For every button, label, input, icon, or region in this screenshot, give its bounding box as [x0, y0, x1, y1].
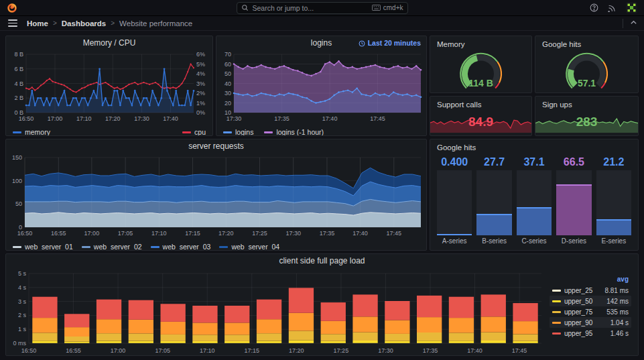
- bar-track: [476, 170, 511, 235]
- series-name: upper_25: [564, 287, 601, 294]
- google-hits-bar-gauge: 0.400A-series27.7B-series37.1C-series66.…: [430, 154, 638, 250]
- google-hits-gauge: 57.1: [535, 51, 638, 93]
- series-avg-value: 1.04 s: [610, 319, 629, 326]
- svg-text:17:05: 17:05: [155, 347, 170, 354]
- breadcrumb-separator: >: [111, 19, 115, 27]
- legend-item-upper_95[interactable]: upper_951.46 s: [550, 328, 631, 339]
- svg-text:17:20: 17:20: [105, 115, 121, 122]
- svg-text:17:35: 17:35: [423, 347, 438, 354]
- breadcrumb: Home > Dashboards > Website performance: [27, 19, 192, 27]
- divider: [623, 19, 623, 28]
- svg-text:17:05: 17:05: [118, 230, 133, 237]
- svg-text:100: 100: [12, 178, 22, 184]
- legend-item-web-server-01[interactable]: web_server_01: [13, 243, 73, 251]
- web-server-04-swatch: [219, 246, 228, 248]
- panel-server-requests: server requests 05010015016:5016:5517:00…: [5, 139, 427, 251]
- legend-item-upper_25[interactable]: upper_258.81 ms: [550, 285, 631, 296]
- svg-text:17:20: 17:20: [218, 230, 234, 237]
- svg-text:17:10: 17:10: [151, 230, 167, 237]
- chevron-up-icon[interactable]: [630, 19, 637, 27]
- panel-title-google-hits[interactable]: Google hits: [535, 36, 638, 51]
- svg-text:16:50: 16:50: [21, 347, 37, 354]
- svg-text:17:40: 17:40: [163, 115, 178, 122]
- grafana-logo[interactable]: [7, 3, 17, 13]
- svg-text:16:50: 16:50: [19, 115, 34, 122]
- svg-text:17:10: 17:10: [200, 347, 215, 354]
- legend-header-avg: avg: [550, 275, 631, 285]
- user-avatar[interactable]: [626, 2, 637, 13]
- series-name: upper_75: [564, 308, 603, 316]
- svg-text:50: 50: [15, 200, 22, 207]
- news-icon[interactable]: [608, 3, 617, 12]
- search-input[interactable]: Search or jump to... cmd+k: [237, 2, 408, 14]
- logins-chart: 1020304050607017:3017:3517:4017:45: [216, 50, 426, 126]
- breadcrumb-dashboards[interactable]: Dashboards: [62, 19, 106, 27]
- legend-item-web-server-03[interactable]: web_server_03: [151, 243, 211, 251]
- svg-text:4 s: 4 s: [18, 284, 27, 291]
- panel-memory-gauge: Memory 114 B: [430, 36, 532, 93]
- svg-text:1 s: 1 s: [18, 326, 27, 333]
- bar-category-label: C-series: [521, 235, 546, 246]
- bar-category-label: D-series: [562, 235, 586, 246]
- svg-text:17:40: 17:40: [322, 115, 338, 122]
- legend-item-upper_90[interactable]: upper_901.04 s: [550, 317, 631, 328]
- legend-item-web-server-02[interactable]: web_server_02: [82, 243, 142, 251]
- legend-item-memory[interactable]: memory: [13, 128, 50, 136]
- panel-title-sign-ups[interactable]: Sign ups: [535, 97, 638, 111]
- panel-title-support-calls[interactable]: Support calls: [430, 97, 531, 111]
- legend-item-web-server-04[interactable]: web_server_04: [219, 243, 279, 251]
- series-avg-value: 1.46 s: [610, 330, 629, 337]
- help-icon[interactable]: [590, 3, 598, 12]
- svg-text:4 B: 4 B: [14, 80, 23, 87]
- series-name: upper_95: [564, 330, 607, 337]
- panel-title-memory[interactable]: Memory: [430, 36, 531, 51]
- time-range-picker[interactable]: Last 20 minutes: [359, 36, 421, 50]
- svg-text:20: 20: [224, 100, 231, 107]
- legend-item-logins[interactable]: logins: [223, 128, 253, 136]
- legend-item-upper_50[interactable]: upper_50142 ms: [550, 296, 631, 306]
- upper_25-swatch: [552, 290, 561, 292]
- page-load-chart: 0 ms1 s2 s3 s4 s5 s16:5016:5517:0017:051…: [6, 268, 550, 356]
- menu-icon[interactable]: [8, 19, 17, 27]
- legend-item-logins-1-hour[interactable]: logins (-1 hour): [264, 128, 324, 136]
- bar-track: [596, 170, 631, 235]
- clock-icon: [359, 40, 365, 47]
- panel-support-calls: Support calls 84.9: [430, 96, 532, 136]
- svg-text:30: 30: [224, 90, 231, 97]
- bar-track: [556, 170, 591, 235]
- svg-text:3%: 3%: [196, 80, 205, 87]
- legend-item-upper_75[interactable]: upper_75535 ms: [550, 306, 631, 317]
- svg-text:16:50: 16:50: [17, 230, 33, 237]
- bar-track: [517, 170, 552, 235]
- svg-text:17:15: 17:15: [185, 230, 200, 237]
- svg-text:17:30: 17:30: [378, 347, 393, 354]
- bar-track: [437, 170, 472, 235]
- svg-text:150: 150: [12, 154, 22, 161]
- svg-text:0 ms: 0 ms: [13, 340, 26, 347]
- svg-text:16:55: 16:55: [66, 347, 81, 354]
- panel-title-page-load[interactable]: client side full page load: [6, 254, 638, 268]
- bar-value: 66.5: [564, 156, 584, 170]
- bar-value: 27.7: [484, 156, 505, 170]
- memory-series-swatch: [13, 131, 21, 133]
- panel-page-load: client side full page load 0 ms1 s2 s3 s…: [5, 253, 639, 356]
- grafana-app: Search or jump to... cmd+k: [0, 0, 644, 360]
- svg-text:17:30: 17:30: [285, 230, 301, 237]
- panel-title-logins[interactable]: logins Last 20 minutes: [216, 36, 426, 50]
- legend-item-cpu[interactable]: cpu: [182, 128, 206, 136]
- breadcrumb-home[interactable]: Home: [27, 19, 48, 27]
- svg-text:8 B: 8 B: [14, 51, 23, 58]
- panel-title-google-hits-bars[interactable]: Google hits: [430, 139, 638, 154]
- svg-text:4%: 4%: [196, 70, 205, 77]
- logins-series-swatch: [223, 131, 232, 133]
- breadcrumb-bar: Home > Dashboards > Website performance: [0, 16, 644, 31]
- svg-text:1%: 1%: [196, 100, 205, 107]
- server-requests-chart: 05010015016:5016:5517:0017:0517:1017:151…: [6, 154, 426, 241]
- svg-text:2 s: 2 s: [18, 312, 27, 318]
- svg-text:60: 60: [224, 61, 231, 68]
- server-requests-legend: web_server_01 web_server_02 web_server_0…: [6, 241, 426, 251]
- logins-legend: logins logins (-1 hour): [216, 126, 426, 136]
- svg-text:2%: 2%: [196, 90, 205, 97]
- panel-title-server-requests[interactable]: server requests: [6, 139, 426, 154]
- panel-title-memory-cpu[interactable]: Memory / CPU: [6, 36, 212, 50]
